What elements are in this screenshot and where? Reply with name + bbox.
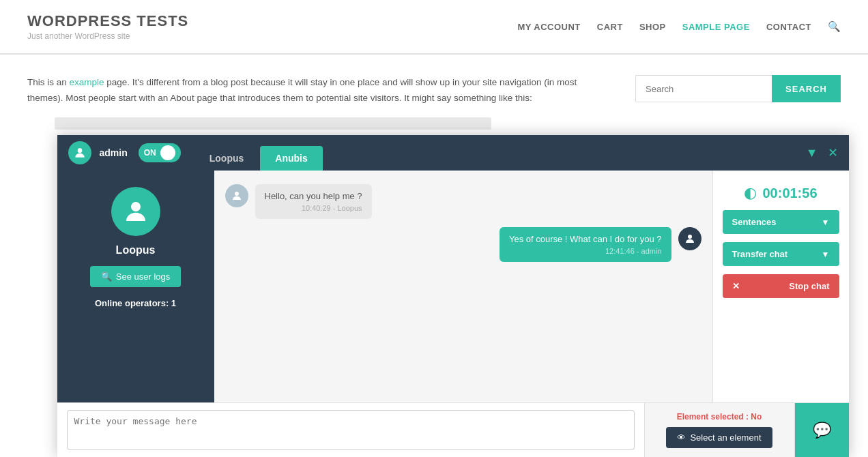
- nav-sample-page[interactable]: SAMPLE PAGE: [682, 22, 750, 32]
- content-area: [0, 113, 868, 130]
- text-before-link: This is an: [27, 77, 70, 87]
- nav-contact[interactable]: CONTACT: [766, 22, 811, 32]
- search-icon[interactable]: 🔍: [828, 20, 841, 33]
- site-header: WORDPRESS TESTS Just another WordPress s…: [0, 0, 868, 54]
- search-input[interactable]: [635, 75, 772, 102]
- search-bar: SEARCH: [635, 75, 841, 102]
- content-bar: [55, 117, 491, 130]
- nav-cart[interactable]: CART: [597, 22, 623, 32]
- search-button[interactable]: SEARCH: [772, 75, 841, 102]
- page-content: This is an example page. It's different …: [0, 55, 868, 113]
- page-description: This is an example page. It's different …: [27, 75, 615, 106]
- site-subtitle: Just another WordPress site: [27, 31, 188, 41]
- example-link[interactable]: example: [70, 77, 104, 87]
- text-after-link: page. It's different from a blog post be…: [27, 77, 577, 103]
- nav-shop[interactable]: SHOP: [639, 22, 666, 32]
- main-nav: MY ACCOUNT CART SHOP SAMPLE PAGE CONTACT…: [517, 20, 841, 33]
- site-title: WORDPRESS TESTS: [27, 12, 188, 30]
- nav-my-account[interactable]: MY ACCOUNT: [517, 22, 580, 32]
- site-logo: WORDPRESS TESTS Just another WordPress s…: [27, 12, 188, 41]
